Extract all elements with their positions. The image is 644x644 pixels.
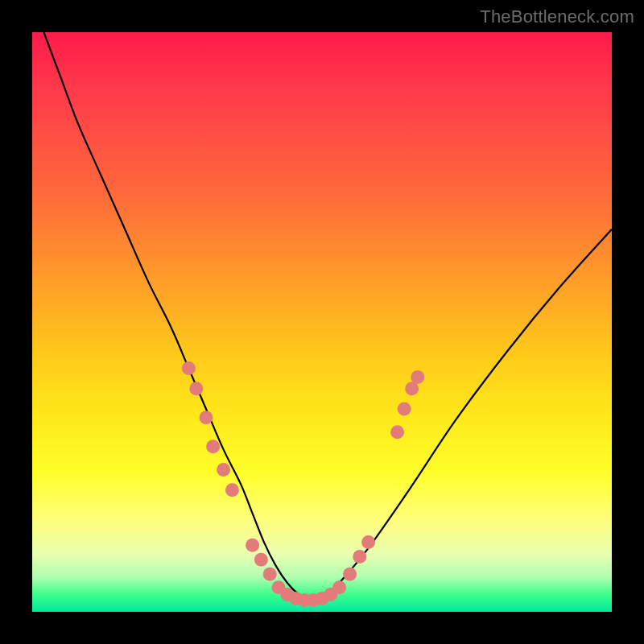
chart-frame: TheBottleneck.com: [0, 0, 644, 644]
watermark-text: TheBottleneck.com: [480, 6, 634, 27]
plot-area: [32, 32, 612, 612]
